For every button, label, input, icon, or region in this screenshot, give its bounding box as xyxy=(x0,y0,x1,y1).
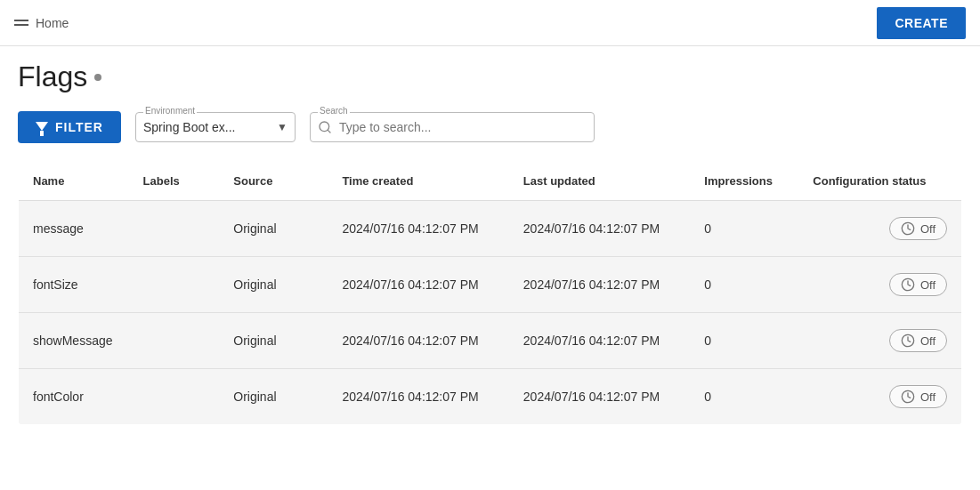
chevron-down-icon: ▼ xyxy=(277,121,288,133)
status-badge[interactable]: Off xyxy=(889,217,947,240)
cell-name: fontSize xyxy=(19,257,129,313)
col-header-name: Name xyxy=(19,162,129,201)
cell-name: message xyxy=(19,201,129,257)
clock-icon xyxy=(901,221,915,236)
page-content: Flags FILTER Environment Spring Boot ex.… xyxy=(0,46,980,439)
environment-select-value[interactable]: Spring Boot ex... ▼ xyxy=(143,116,288,138)
cell-labels xyxy=(129,201,220,257)
cell-last-updated: 2024/07/16 04:12:07 PM xyxy=(509,369,690,425)
page-title-text: Flags xyxy=(18,60,87,93)
table-header-row: Name Labels Source Time created Last upd… xyxy=(19,162,962,201)
cell-source: Original xyxy=(219,369,328,425)
search-input[interactable] xyxy=(339,116,587,138)
cell-time-created: 2024/07/16 04:12:07 PM xyxy=(328,257,508,313)
cell-time-created: 2024/07/16 04:12:07 PM xyxy=(328,313,508,369)
col-header-config-status: Configuration status xyxy=(798,162,961,201)
environment-label: Environment xyxy=(143,106,197,116)
clock-icon xyxy=(901,333,915,348)
cell-impressions: 0 xyxy=(690,257,798,313)
svg-line-1 xyxy=(328,130,330,133)
cell-config-status: Off xyxy=(798,369,961,425)
cell-last-updated: 2024/07/16 04:12:07 PM xyxy=(509,313,690,369)
col-header-labels: Labels xyxy=(129,162,220,201)
page-title: Flags xyxy=(18,60,962,93)
cell-impressions: 0 xyxy=(690,369,798,425)
cell-config-status: Off xyxy=(798,201,961,257)
cell-impressions: 0 xyxy=(690,313,798,369)
table-body: message Original 2024/07/16 04:12:07 PM … xyxy=(19,201,962,425)
home-link[interactable]: Home xyxy=(36,16,69,30)
cell-time-created: 2024/07/16 04:12:07 PM xyxy=(328,201,508,257)
filter-icon xyxy=(36,122,48,133)
cell-labels xyxy=(129,257,220,313)
cell-name: showMessage xyxy=(19,313,129,369)
cell-last-updated: 2024/07/16 04:12:07 PM xyxy=(509,201,690,257)
search-wrapper: Search xyxy=(310,112,595,142)
table-header: Name Labels Source Time created Last upd… xyxy=(19,162,962,201)
clock-icon xyxy=(901,390,915,404)
filter-bar: FILTER Environment Spring Boot ex... ▼ S… xyxy=(18,111,962,143)
filter-label: FILTER xyxy=(55,120,103,134)
create-button[interactable]: CREATE xyxy=(877,7,966,39)
cell-config-status: Off xyxy=(798,257,961,313)
cell-source: Original xyxy=(219,313,328,369)
cell-impressions: 0 xyxy=(690,201,798,257)
flags-table: Name Labels Source Time created Last upd… xyxy=(18,161,962,425)
cell-name: fontColor xyxy=(19,369,129,425)
search-icon xyxy=(318,120,332,134)
table-row[interactable]: showMessage Original 2024/07/16 04:12:07… xyxy=(19,313,962,369)
cell-labels xyxy=(129,369,220,425)
col-header-last-updated: Last updated xyxy=(509,162,690,201)
status-badge[interactable]: Off xyxy=(889,273,947,296)
cell-last-updated: 2024/07/16 04:12:07 PM xyxy=(509,257,690,313)
top-bar-left: Home xyxy=(14,16,69,30)
environment-select[interactable]: Environment Spring Boot ex... ▼ xyxy=(135,112,296,142)
table-row[interactable]: fontSize Original 2024/07/16 04:12:07 PM… xyxy=(19,257,962,313)
environment-value: Spring Boot ex... xyxy=(143,120,236,134)
filter-button[interactable]: FILTER xyxy=(18,111,121,143)
col-header-time-created: Time created xyxy=(328,162,508,201)
cell-source: Original xyxy=(219,201,328,257)
clock-icon xyxy=(901,277,915,292)
table-row[interactable]: message Original 2024/07/16 04:12:07 PM … xyxy=(19,201,962,257)
menu-icon[interactable] xyxy=(14,20,28,26)
status-badge[interactable]: Off xyxy=(889,385,947,408)
cell-labels xyxy=(129,313,220,369)
col-header-source: Source xyxy=(219,162,328,201)
cell-source: Original xyxy=(219,257,328,313)
cell-config-status: Off xyxy=(798,313,961,369)
table-row[interactable]: fontColor Original 2024/07/16 04:12:07 P… xyxy=(19,369,962,425)
cell-time-created: 2024/07/16 04:12:07 PM xyxy=(328,369,508,425)
status-badge[interactable]: Off xyxy=(889,329,947,352)
title-dot xyxy=(94,74,101,81)
top-bar: Home CREATE xyxy=(0,0,980,46)
search-label: Search xyxy=(318,106,350,116)
col-header-impressions: Impressions xyxy=(690,162,798,201)
